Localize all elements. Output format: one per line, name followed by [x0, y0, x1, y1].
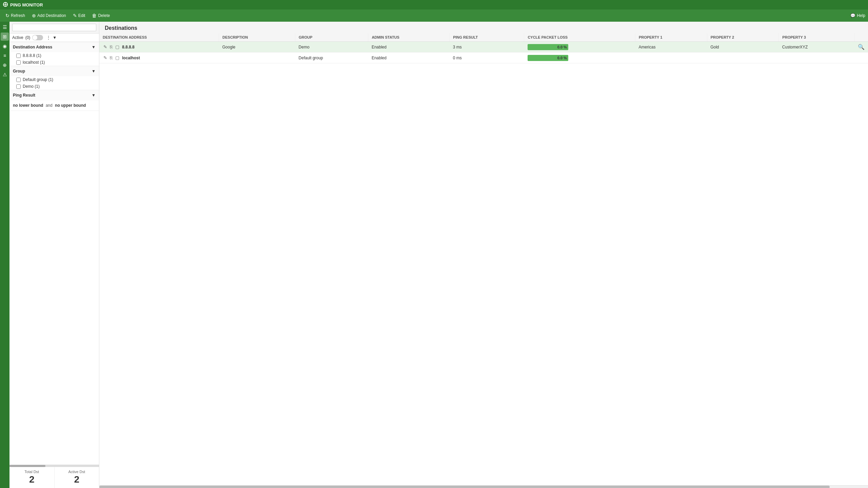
edit-row-btn-1[interactable]: ✎	[103, 55, 108, 61]
col-destination-address[interactable]: DESTINATION ADDRESS	[99, 33, 219, 42]
col-property2[interactable]: PROPERTY 2	[707, 33, 779, 42]
group-collapse-icon: ▼	[92, 69, 96, 74]
sidebar-icons: ☰ ⊞ ◉ ≡ ⊕ ⚠	[0, 22, 9, 488]
col-cycle-packet-loss[interactable]: CYCLE PACKET LOSS	[524, 33, 635, 42]
total-dst-box: Total Dst 2	[9, 467, 55, 488]
cell-property2	[707, 53, 779, 63]
col-group[interactable]: GROUP	[295, 33, 368, 42]
table-row[interactable]: ✎ ⎘ ▢ localhost Default group Enabled 0 …	[99, 53, 868, 63]
sidebar-alert-icon[interactable]: ⚠	[1, 70, 9, 79]
ping-result-collapse-icon: ▼	[92, 93, 96, 98]
cell-search: 🔍	[854, 42, 868, 53]
ping-result-section: Ping Result ▼ no lower bound and no uppe…	[9, 90, 99, 111]
filter-search-input[interactable]	[12, 24, 96, 31]
destination-item-8888[interactable]: 8.8.8.8 (1)	[9, 52, 99, 59]
delete-icon: 🗑	[92, 13, 97, 18]
destination-checkbox-8888[interactable]	[16, 54, 21, 58]
table-body: ✎ ⎘ ▢ 8.8.8.8 Google Demo Enabled 3 ms 0…	[99, 42, 868, 63]
filter-expand-icon[interactable]: ▼	[53, 35, 57, 40]
table-header-row: DESTINATION ADDRESS DESCRIPTION GROUP AD…	[99, 33, 868, 42]
sidebar-menu-icon[interactable]: ☰	[1, 23, 9, 31]
cell-property1: Americas	[635, 42, 707, 53]
table-row[interactable]: ✎ ⎘ ▢ 8.8.8.8 Google Demo Enabled 3 ms 0…	[99, 42, 868, 53]
edit-icon: ✎	[73, 13, 77, 18]
cell-property2: Gold	[707, 42, 779, 53]
group-item-default[interactable]: Default group (1)	[9, 76, 99, 83]
sidebar-monitor-icon[interactable]: ◉	[1, 42, 9, 50]
horizontal-scrollbar[interactable]	[99, 485, 868, 488]
row-actions-1: ✎ ⎘ ▢	[103, 55, 120, 61]
help-icon: 💬	[850, 13, 855, 18]
cell-description: Google	[219, 42, 295, 53]
col-property1[interactable]: PROPERTY 1	[635, 33, 707, 42]
cell-property1	[635, 53, 707, 63]
copy-row-btn-1[interactable]: ⎘	[109, 55, 113, 61]
delete-row-btn-0[interactable]: ▢	[115, 44, 120, 50]
delete-row-btn-1[interactable]: ▢	[115, 55, 120, 61]
active-filter-bar: Active (0) ⋮ ▼	[9, 34, 99, 42]
col-admin-status[interactable]: ADMIN STATUS	[368, 33, 450, 42]
destination-checkbox-localhost[interactable]	[16, 60, 21, 65]
active-label: Active	[12, 35, 23, 40]
help-button[interactable]: 💬 Help	[850, 13, 865, 18]
group-section: Group ▼ Default group (1) Demo (1)	[9, 66, 99, 90]
group-items: Default group (1) Demo (1)	[9, 76, 99, 90]
destinations-table: DESTINATION ADDRESS DESCRIPTION GROUP AD…	[99, 33, 868, 485]
cell-description	[219, 53, 295, 63]
filter-scrollbar[interactable]	[9, 465, 99, 467]
row-actions-0: ✎ ⎘ ▢	[103, 44, 120, 50]
sidebar-chart-icon[interactable]: ≡	[1, 52, 9, 60]
app-title: PING MONITOR	[10, 2, 43, 7]
toolbar: ↻ Refresh ⊕ Add Destination ✎ Edit 🗑 Del…	[0, 9, 868, 22]
group-checkbox-demo[interactable]	[16, 84, 21, 89]
cell-address: ✎ ⎘ ▢ 8.8.8.8	[99, 42, 219, 53]
destination-address-items: 8.8.8.8 (1) localhost (1)	[9, 52, 99, 66]
ping-result-content: no lower bound and no upper bound	[9, 100, 99, 110]
destination-item-localhost[interactable]: localhost (1)	[9, 59, 99, 66]
refresh-icon: ↻	[5, 13, 9, 18]
edit-row-btn-0[interactable]: ✎	[103, 44, 108, 50]
group-checkbox-default[interactable]	[16, 78, 21, 82]
filter-options-icon[interactable]: ⋮	[46, 35, 51, 40]
cell-property3: CustomerXYZ	[779, 42, 854, 53]
add-destination-button[interactable]: ⊕ Add Destination	[29, 12, 69, 20]
col-ping-result[interactable]: PING RESULT	[450, 33, 524, 42]
cell-cycle-packet-loss: 0.0 %	[524, 42, 635, 53]
sidebar-network-icon[interactable]: ⊕	[1, 61, 9, 69]
col-property3[interactable]: PROPERTY 3	[779, 33, 854, 42]
cell-ping-result: 3 ms	[450, 42, 524, 53]
edit-button[interactable]: ✎ Edit	[70, 12, 88, 20]
page-title: Destinations	[99, 22, 868, 33]
col-description[interactable]: DESCRIPTION	[219, 33, 295, 42]
add-icon: ⊕	[32, 13, 36, 18]
cell-property3	[779, 53, 854, 63]
copy-row-btn-0[interactable]: ⎘	[109, 44, 113, 50]
table: DESTINATION ADDRESS DESCRIPTION GROUP AD…	[99, 33, 868, 63]
main-content: Destinations DESTINATION ADDRESS DESCRIP…	[99, 22, 868, 488]
cell-group: Default group	[295, 53, 368, 63]
cell-search	[854, 53, 868, 63]
title-bar: PING MONITOR	[0, 0, 868, 9]
group-header[interactable]: Group ▼	[9, 66, 99, 76]
ping-result-header[interactable]: Ping Result ▼	[9, 90, 99, 100]
active-count: (0)	[25, 35, 31, 40]
refresh-button[interactable]: ↻ Refresh	[3, 12, 28, 20]
col-actions	[854, 33, 868, 42]
active-dst-box: Active Dst 2	[55, 467, 99, 488]
cell-address: ✎ ⎘ ▢ localhost	[99, 53, 219, 63]
sidebar-home-icon[interactable]: ⊞	[1, 33, 9, 41]
row-search-icon[interactable]: 🔍	[858, 44, 865, 50]
group-item-demo[interactable]: Demo (1)	[9, 83, 99, 90]
destination-address-section: Destination Address ▼ 8.8.8.8 (1) localh…	[9, 42, 99, 66]
destination-address-header[interactable]: Destination Address ▼	[9, 42, 99, 52]
cell-admin-status: Enabled	[368, 42, 450, 53]
main-layout: ☰ ⊞ ◉ ≡ ⊕ ⚠ Active (0) ⋮ ▼ Destination A…	[0, 22, 868, 488]
filter-panel: Active (0) ⋮ ▼ Destination Address ▼ 8.8…	[9, 22, 99, 488]
cell-admin-status: Enabled	[368, 53, 450, 63]
destination-collapse-icon: ▼	[92, 45, 96, 49]
stats-row: Total Dst 2 Active Dst 2	[9, 467, 99, 488]
active-toggle[interactable]	[32, 35, 43, 40]
filter-bottom: Total Dst 2 Active Dst 2	[9, 465, 99, 488]
cell-group: Demo	[295, 42, 368, 53]
delete-button[interactable]: 🗑 Delete	[89, 12, 113, 20]
